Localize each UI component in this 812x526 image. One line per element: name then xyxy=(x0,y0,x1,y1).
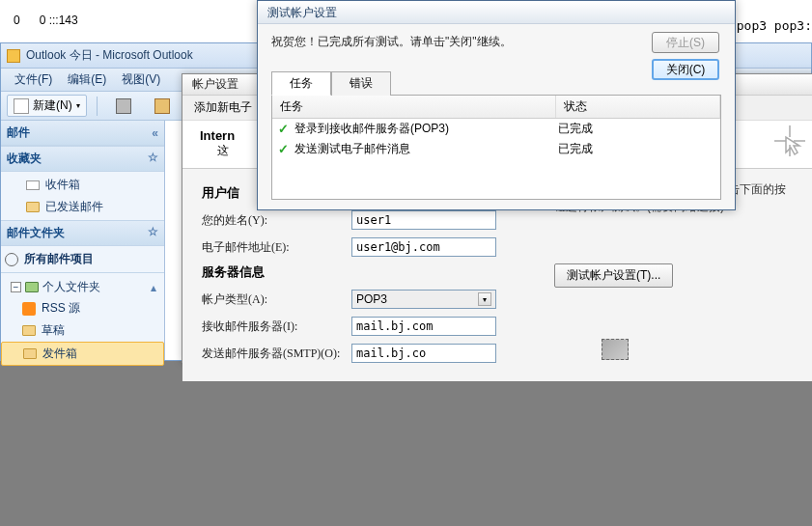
terminal-line1: 0 0 :::143 xyxy=(4,14,78,27)
toolbar-print-button[interactable] xyxy=(107,96,140,117)
nav-personal-folder[interactable]: − 个人文件夹 ▴ xyxy=(1,277,164,297)
test-account-dialog: 测试帐户设置 祝贺您！已完成所有测试。请单击"关闭"继续。 停止(S) 关闭(C… xyxy=(257,0,736,210)
search-icon xyxy=(5,253,18,266)
account-banner-head: Intern xyxy=(200,128,235,143)
address-book-icon xyxy=(154,98,170,114)
scroll-up-icon[interactable]: ▴ xyxy=(151,281,156,294)
status-cell: 已完成 xyxy=(550,121,714,137)
nav-drafts[interactable]: 草稿 xyxy=(1,319,164,342)
menu-edit[interactable]: 编辑(E) xyxy=(60,71,114,88)
label-account-type: 帐户类型(A): xyxy=(202,291,351,308)
menu-file[interactable]: 文件(F) xyxy=(7,71,60,88)
tab-errors[interactable]: 错误 xyxy=(331,71,391,96)
tab-tasks[interactable]: 任务 xyxy=(271,71,331,96)
nav-mail-folders-header[interactable]: 邮件文件夹 ☆ xyxy=(1,220,164,246)
label-name: 您的姓名(Y): xyxy=(202,212,351,229)
input-outgoing-server[interactable] xyxy=(351,344,496,363)
toolbar-new-label: 新建(N) xyxy=(33,97,72,114)
new-mail-icon xyxy=(14,98,29,114)
account-banner-sub: 这 xyxy=(217,144,229,157)
nav-sent[interactable]: 已发送邮件 xyxy=(5,196,160,218)
input-email[interactable] xyxy=(351,237,496,257)
menu-view[interactable]: 视图(V) xyxy=(114,71,168,88)
task-cell: 登录到接收邮件服务器(POP3) xyxy=(294,121,550,137)
sent-folder-icon xyxy=(26,202,40,212)
outlook-app-icon xyxy=(7,49,20,63)
nav-all-items[interactable]: 所有邮件项目 xyxy=(1,246,164,273)
nav-all-items-label: 所有邮件项目 xyxy=(24,251,94,267)
nav-rss[interactable]: RSS 源 xyxy=(1,297,164,319)
nav-inbox[interactable]: 收件箱 xyxy=(5,174,160,196)
nav-rss-label: RSS 源 xyxy=(42,300,80,317)
input-name[interactable] xyxy=(351,210,496,230)
task-row: ✓ 发送测试电子邮件消息 已完成 xyxy=(272,139,720,159)
task-row: ✓ 登录到接收邮件服务器(POP3) 已完成 xyxy=(272,119,720,139)
toolbar-new-button[interactable]: 新建(N) ▾ xyxy=(7,95,87,117)
nav-favorites-header[interactable]: 收藏夹 ☆ xyxy=(1,146,164,172)
select-account-type-value: POP3 xyxy=(356,292,387,306)
mouse-cursor-icon xyxy=(772,124,807,161)
chevron-icon: ☆ xyxy=(148,151,158,167)
label-incoming-server: 接收邮件服务器(I): xyxy=(202,318,351,335)
nav-mail-folders-label: 邮件文件夹 xyxy=(7,225,65,241)
close-button[interactable]: 关闭(C) xyxy=(652,59,719,80)
label-email: 电子邮件地址(E): xyxy=(202,239,351,256)
nav-pane: 邮件 « 收藏夹 ☆ 收件箱 已发送邮件 邮件文件夹 ☆ xyxy=(1,121,165,360)
test-dialog-title: 测试帐户设置 xyxy=(258,1,735,24)
label-outgoing-server: 发送邮件服务器(SMTP)(O): xyxy=(202,346,351,362)
input-incoming-server[interactable] xyxy=(351,317,496,336)
drafts-folder-icon xyxy=(22,325,36,336)
task-cell: 发送测试电子邮件消息 xyxy=(294,141,550,157)
status-cell: 已完成 xyxy=(550,141,714,157)
collapse-chevron-icon[interactable]: « xyxy=(152,126,158,140)
nav-outbox-label: 发件箱 xyxy=(42,346,77,362)
col-task-header: 任务 xyxy=(272,96,556,118)
test-tasks-table: 任务 状态 ✓ 登录到接收邮件服务器(POP3) 已完成 ✓ 发送测试电子邮件消… xyxy=(271,96,721,200)
dropdown-arrow-icon: ▾ xyxy=(478,292,491,306)
outbox-folder-icon xyxy=(23,348,37,359)
account-dialog-title: 帐户设置 xyxy=(192,76,238,93)
inbox-icon xyxy=(26,180,40,190)
nav-mail-header[interactable]: 邮件 « xyxy=(1,121,164,146)
nav-favorites-label: 收藏夹 xyxy=(7,151,42,167)
dropdown-arrow-icon: ▾ xyxy=(76,101,80,110)
collapse-box-icon[interactable]: − xyxy=(11,282,21,292)
col-status-header: 状态 xyxy=(556,96,720,118)
nav-drafts-label: 草稿 xyxy=(42,322,65,339)
toolbar-book-button[interactable] xyxy=(146,96,179,117)
account-dialog-subtitle-text: 添加新电子 xyxy=(194,100,252,114)
rss-icon xyxy=(22,302,36,316)
checkmark-icon: ✓ xyxy=(278,142,289,156)
nav-mail-header-label: 邮件 xyxy=(7,125,30,141)
outlook-title-text: Outlook 今日 - Microsoft Outlook xyxy=(26,47,193,64)
test-account-button[interactable]: 测试帐户设置(T)... xyxy=(554,263,673,288)
stop-button: 停止(S) xyxy=(652,32,719,53)
personal-folder-icon xyxy=(25,282,39,292)
nav-inbox-label: 收件箱 xyxy=(45,177,80,193)
nav-outbox[interactable]: 发件箱 xyxy=(1,342,164,366)
section-server-info: 服务器信息 xyxy=(202,263,525,281)
chevron-icon: ☆ xyxy=(148,225,158,241)
toolbar-separator xyxy=(97,97,98,116)
checkmark-icon: ✓ xyxy=(278,122,289,136)
nav-sent-label: 已发送邮件 xyxy=(45,199,103,215)
nav-personal-label: 个人文件夹 xyxy=(42,279,100,295)
text-cursor-artifact xyxy=(602,339,629,360)
select-account-type[interactable]: POP3 ▾ xyxy=(351,290,496,309)
print-icon xyxy=(116,98,131,114)
